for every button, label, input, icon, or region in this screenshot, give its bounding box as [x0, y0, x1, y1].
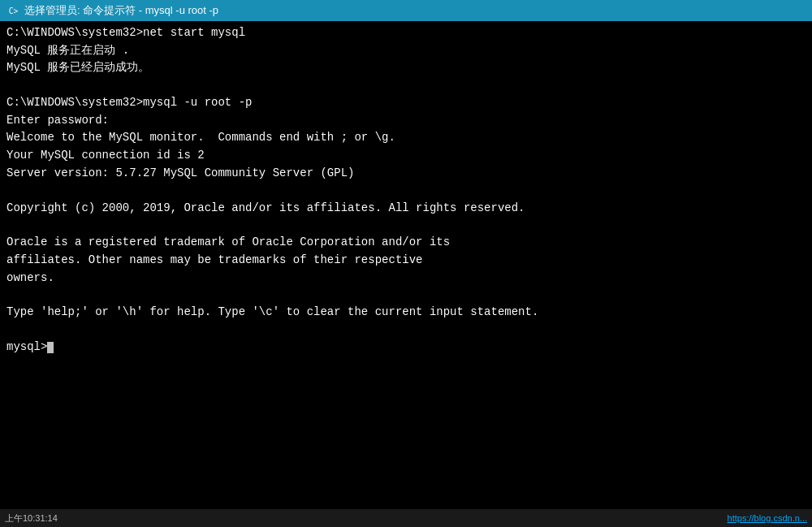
title-bar: C> 选择管理员: 命令提示符 - mysql -u root -p	[0, 0, 812, 21]
terminal-line: C:\WINDOWS\system32>net start mysql	[6, 24, 806, 42]
cursor-blink	[47, 342, 54, 353]
terminal-line: mysql>	[6, 339, 806, 356]
title-bar-text: 选择管理员: 命令提示符 - mysql -u root -p	[24, 3, 218, 18]
terminal-empty-line	[6, 217, 806, 234]
terminal-empty-line	[6, 77, 806, 94]
terminal-body[interactable]: C:\WINDOWS\system32>net start mysqlMySQL…	[0, 21, 812, 509]
terminal-line: MySQL 服务已经启动成功。	[6, 59, 806, 77]
terminal-line: MySQL 服务正在启动 .	[6, 42, 806, 60]
svg-text:C>: C>	[9, 6, 19, 15]
terminal-line: Enter password:	[6, 112, 806, 130]
cmd-icon: C>	[6, 4, 19, 17]
terminal-line: Server version: 5.7.27 MySQL Community S…	[6, 165, 806, 183]
terminal-empty-line	[6, 322, 806, 339]
taskbar-link[interactable]: https://blog.csdn.n...	[728, 513, 807, 523]
terminal-line: affiliates. Other names may be trademark…	[6, 252, 806, 270]
terminal-empty-line	[6, 183, 806, 200]
taskbar: 上午10:31:14 https://blog.csdn.n...	[0, 509, 812, 527]
terminal-line: Your MySQL connection id is 2	[6, 147, 806, 165]
terminal-line: Welcome to the MySQL monitor. Commands e…	[6, 129, 806, 147]
taskbar-time: 上午10:31:14	[5, 512, 58, 525]
terminal-line: Type 'help;' or '\h' for help. Type '\c'…	[6, 304, 806, 322]
terminal-empty-line	[6, 287, 806, 304]
terminal-line: owners.	[6, 270, 806, 287]
terminal-line: Oracle is a registered trademark of Orac…	[6, 234, 806, 252]
terminal-line: C:\WINDOWS\system32>mysql -u root -p	[6, 94, 806, 112]
terminal-line: Copyright (c) 2000, 2019, Oracle and/or …	[6, 200, 806, 218]
